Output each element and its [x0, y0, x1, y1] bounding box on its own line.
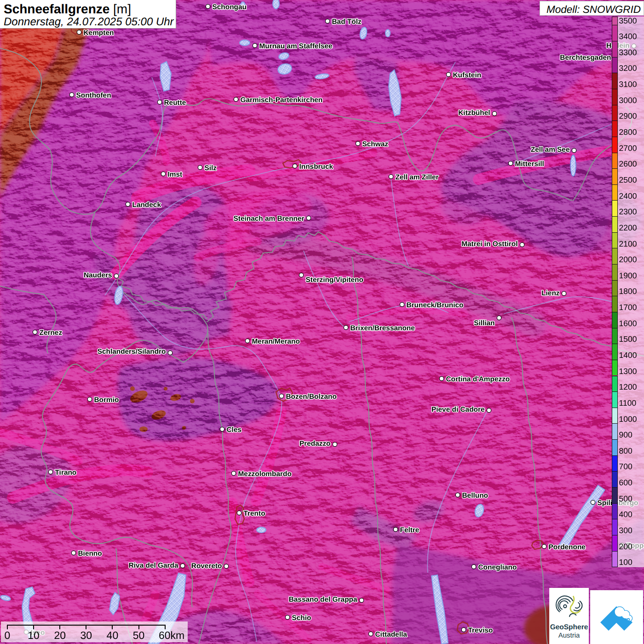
svg-text:Belluno: Belluno [462, 492, 488, 500]
svg-text:Mittersill: Mittersill [515, 160, 544, 168]
svg-text:Bad Tölz: Bad Tölz [332, 18, 362, 26]
svg-text:900: 900 [619, 430, 632, 439]
svg-text:Bormio: Bormio [94, 396, 119, 404]
svg-text:Reutte: Reutte [164, 99, 186, 107]
svg-text:600: 600 [619, 478, 632, 487]
svg-text:Cittadella: Cittadella [375, 631, 408, 638]
svg-text:Mezzolombardo: Mezzolombardo [238, 470, 292, 478]
svg-text:2900: 2900 [619, 111, 637, 121]
svg-text:Feltre: Feltre [400, 526, 420, 534]
svg-text:Zell am See: Zell am See [531, 146, 570, 154]
svg-text:Murnau am Staffelsee: Murnau am Staffelsee [259, 42, 333, 50]
svg-text:Innsbruck: Innsbruck [299, 163, 334, 171]
svg-text:3400: 3400 [619, 32, 637, 41]
svg-text:30: 30 [80, 629, 92, 641]
svg-text:Cortina d'Ampezzo: Cortina d'Ampezzo [446, 375, 510, 383]
svg-text:2400: 2400 [619, 191, 637, 201]
svg-text:200: 200 [619, 542, 632, 551]
svg-text:3000: 3000 [619, 96, 637, 105]
svg-text:2700: 2700 [619, 144, 637, 153]
svg-text:1600: 1600 [619, 319, 637, 328]
svg-text:Nauders: Nauders [84, 271, 112, 279]
svg-text:Sterzing/Vipiteno: Sterzing/Vipiteno [306, 276, 363, 284]
svg-text:Zell am Ziller: Zell am Ziller [396, 173, 439, 181]
svg-text:1700: 1700 [619, 303, 637, 312]
svg-text:Bruneck/Brunico: Bruneck/Brunico [407, 301, 464, 309]
svg-text:Pieve di Cadore: Pieve di Cadore [431, 406, 485, 414]
svg-text:Tirano: Tirano [55, 469, 77, 477]
svg-text:1400: 1400 [619, 351, 637, 360]
svg-text:1300: 1300 [619, 367, 637, 376]
svg-text:Garmisch-Partenkirchen: Garmisch-Partenkirchen [241, 96, 323, 104]
svg-text:10: 10 [28, 629, 40, 641]
svg-text:2500: 2500 [619, 175, 637, 184]
svg-text:3500: 3500 [619, 16, 637, 25]
svg-text:Imst: Imst [168, 171, 183, 178]
svg-text:Pordenone: Pordenone [549, 543, 586, 551]
svg-text:Sonthofen: Sonthofen [76, 92, 111, 99]
svg-text:Cles: Cles [227, 426, 242, 434]
svg-text:Schongau: Schongau [213, 3, 247, 11]
svg-text:Landeck: Landeck [132, 201, 161, 209]
svg-text:40: 40 [107, 629, 119, 641]
svg-text:2300: 2300 [619, 207, 637, 216]
svg-text:2600: 2600 [619, 159, 637, 168]
svg-text:Treviso: Treviso [468, 627, 493, 634]
svg-text:400: 400 [619, 510, 632, 519]
svg-text:Austria: Austria [558, 632, 580, 639]
svg-text:Riva del Garda: Riva del Garda [129, 562, 178, 569]
svg-text:60km: 60km [159, 629, 184, 641]
svg-text:Bassano del Grappa: Bassano del Grappa [289, 596, 357, 604]
svg-text:Kitzbühel: Kitzbühel [458, 109, 490, 117]
svg-text:1500: 1500 [619, 334, 637, 344]
svg-text:500: 500 [619, 494, 632, 503]
svg-text:Conegliano: Conegliano [478, 564, 517, 571]
svg-text:2000: 2000 [619, 255, 637, 264]
svg-text:GeoSphere: GeoSphere [550, 623, 588, 631]
svg-text:100: 100 [619, 558, 632, 567]
svg-text:2200: 2200 [619, 223, 637, 232]
svg-text:0: 0 [5, 629, 11, 641]
svg-text:Kempten: Kempten [84, 29, 114, 37]
svg-text:300: 300 [619, 526, 632, 535]
svg-text:Schio: Schio [292, 614, 311, 622]
svg-text:3300: 3300 [619, 48, 637, 57]
svg-text:Predazzo: Predazzo [299, 440, 331, 448]
svg-text:2800: 2800 [619, 127, 637, 137]
svg-text:Bienno: Bienno [78, 550, 102, 558]
svg-text:Lienz: Lienz [541, 289, 560, 297]
svg-text:1900: 1900 [619, 271, 637, 280]
svg-text:Zernez: Zernez [40, 329, 63, 337]
svg-text:3200: 3200 [619, 63, 637, 73]
svg-text:Schlanders/Silandro: Schlanders/Silandro [98, 348, 166, 356]
svg-text:Steinach am Brenner: Steinach am Brenner [234, 215, 305, 223]
svg-text:Sillian: Sillian [474, 319, 494, 327]
svg-text:Donnerstag, 24.07.2025 05:00 U: Donnerstag, 24.07.2025 05:00 Uhr [4, 16, 174, 28]
svg-text:Berchtesgaden: Berchtesgaden [560, 54, 611, 62]
svg-text:Schwaz: Schwaz [362, 140, 389, 148]
svg-text:Bozen/Bolzano: Bozen/Bolzano [286, 393, 337, 401]
svg-text:1100: 1100 [619, 398, 637, 408]
svg-text:700: 700 [619, 462, 632, 471]
svg-text:1000: 1000 [619, 414, 637, 424]
svg-text:Rovereto: Rovereto [191, 562, 222, 570]
svg-text:1800: 1800 [619, 287, 637, 296]
svg-text:Matrei in Osttirol: Matrei in Osttirol [461, 240, 518, 248]
svg-text:Meran/Merano: Meran/Merano [252, 338, 300, 345]
svg-text:Brixen/Bressanone: Brixen/Bressanone [351, 324, 415, 332]
svg-text:Schneefallgrenze [m]: Schneefallgrenze [m] [4, 2, 131, 16]
svg-text:3100: 3100 [619, 80, 637, 89]
svg-text:Silz: Silz [205, 164, 217, 172]
svg-text:1200: 1200 [619, 382, 637, 391]
svg-text:Trento: Trento [244, 510, 265, 518]
svg-text:Kufstein: Kufstein [453, 71, 482, 79]
svg-text:50: 50 [133, 629, 145, 641]
svg-text:2100: 2100 [619, 239, 637, 248]
svg-text:800: 800 [619, 446, 632, 455]
svg-text:20: 20 [54, 629, 66, 641]
